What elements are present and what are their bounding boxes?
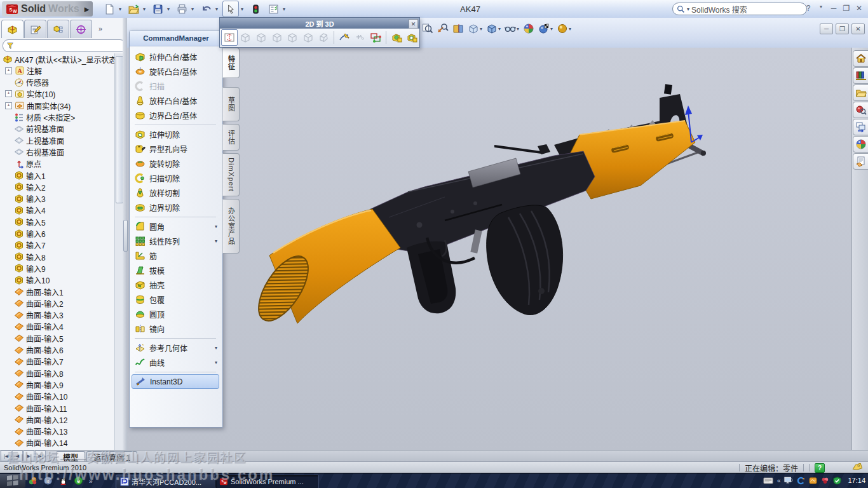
undo-caret-icon[interactable]: ▾ xyxy=(214,6,220,12)
toolbar-2d3d-titlebar[interactable]: 2D 到 3D ✕ xyxy=(220,18,419,29)
minimize-button[interactable]: ─ xyxy=(827,4,840,13)
tab-nav-1[interactable]: ◀ xyxy=(12,451,23,461)
tree-item[interactable]: 前视基准面 xyxy=(5,123,64,135)
cm-tab-DimXpert[interactable]: DimXpert xyxy=(222,153,240,196)
tree-item[interactable]: 右视基准面 xyxy=(5,146,64,158)
panel-splitter[interactable] xyxy=(123,18,127,452)
solidworks-menu-button[interactable]: SW SolidWorks ▶ xyxy=(2,1,93,17)
design-library-tab[interactable] xyxy=(853,67,868,84)
front-sketch-button[interactable] xyxy=(221,29,238,46)
toolbar-2d3d-close-icon[interactable]: ✕ xyxy=(409,19,418,29)
tree-filter-input[interactable] xyxy=(3,39,126,52)
tree-item[interactable]: 材质 <未指定> xyxy=(5,112,75,123)
command-sweepcut[interactable]: 扫描切除 xyxy=(130,171,221,186)
tree-item[interactable]: 上视基准面 xyxy=(5,135,64,146)
tab-nav-0[interactable]: |◀ xyxy=(1,451,11,461)
tree-item[interactable]: 曲面-输入4 xyxy=(5,321,64,332)
tree-item[interactable]: 曲面-输入8 xyxy=(5,367,64,379)
feature-manager-tab[interactable] xyxy=(1,20,24,38)
quicklaunch-green-e[interactable]: e xyxy=(74,476,83,485)
configuration-manager-tab[interactable] xyxy=(47,20,69,38)
buttstock[interactable] xyxy=(249,209,400,329)
print-caret-icon[interactable]: ▾ xyxy=(189,6,196,12)
undo-button[interactable] xyxy=(198,1,214,17)
open-button[interactable] xyxy=(126,1,141,17)
command-bossext[interactable]: 拉伸凸台/基体 xyxy=(130,50,221,64)
doc-tab-运动算例 1[interactable]: 运动算例 1 xyxy=(86,451,137,462)
command-sweep[interactable]: 扫描 xyxy=(130,79,221,93)
doc-restore-button[interactable]: ❐ xyxy=(836,24,849,34)
quicklaunch-browser[interactable]: e xyxy=(43,476,53,485)
file-explorer-tab[interactable] xyxy=(853,85,868,101)
options-button[interactable] xyxy=(266,1,281,17)
tab-nav-2[interactable]: ▶ xyxy=(24,451,34,461)
command-fillet[interactable]: 圆角▾ xyxy=(130,219,221,234)
new-document-button[interactable] xyxy=(102,1,117,17)
command-boundary[interactable]: 边界凸台/基体 xyxy=(130,108,221,123)
help-caret-icon[interactable]: ▾ xyxy=(815,4,827,13)
tree-item[interactable]: 曲面-输入9 xyxy=(5,379,64,390)
tree-vertical-scrollbar[interactable] xyxy=(114,53,123,452)
command-boundcut[interactable]: 边界切除 xyxy=(130,200,221,215)
tray-app-red[interactable] xyxy=(821,477,829,485)
command-holewiz[interactable]: 异型孔向导 xyxy=(130,142,221,156)
tray-security[interactable] xyxy=(833,477,841,485)
tree-item[interactable]: 曲面-输入1 xyxy=(5,286,64,297)
fm-tabs-overflow[interactable]: » xyxy=(93,20,108,37)
close-button[interactable]: ✕ xyxy=(853,4,865,13)
command-manager-titlebar[interactable]: CommandManager xyxy=(130,30,222,46)
tree-item[interactable]: 输入3 xyxy=(5,193,46,205)
view-orientation-caret-icon[interactable]: ▾ xyxy=(480,26,482,32)
cm-tab-特征[interactable]: 特征 xyxy=(222,48,240,78)
command-linpat[interactable]: 线性阵列▾ xyxy=(130,234,221,248)
expand-icon[interactable]: + xyxy=(5,102,12,109)
cut-button[interactable] xyxy=(405,30,420,45)
tray-update[interactable] xyxy=(797,477,805,485)
tree-item[interactable]: 曲面-输入3 xyxy=(5,309,64,321)
quick-tips-badge[interactable]: ? xyxy=(815,463,825,473)
start-button[interactable] xyxy=(0,474,25,488)
zoom-to-fit-button[interactable] xyxy=(421,22,435,36)
doc-close-button[interactable]: ✕ xyxy=(851,24,865,34)
select-button[interactable] xyxy=(222,1,239,17)
apply-scene-button[interactable]: ▾ xyxy=(537,22,554,36)
tree-item[interactable]: 输入2 xyxy=(5,181,46,193)
tree-item[interactable]: 输入6 xyxy=(5,228,46,240)
custom-properties-tab[interactable] xyxy=(853,153,868,170)
tree-item[interactable]: 曲面-输入2 xyxy=(5,297,64,309)
display-style-caret-icon[interactable]: ▾ xyxy=(498,26,501,32)
flyout-caret-icon[interactable]: ▾ xyxy=(215,238,217,244)
command-revcut[interactable]: 旋转切除 xyxy=(130,156,221,171)
command-loft[interactable]: 放样凸台/基体 xyxy=(130,93,221,108)
hide-show-items-caret-icon[interactable]: ▾ xyxy=(517,26,519,32)
tray-display[interactable] xyxy=(784,477,793,485)
tree-item[interactable]: 输入5 xyxy=(5,216,46,227)
tree-item[interactable]: 输入7 xyxy=(5,240,46,251)
save-button[interactable] xyxy=(150,1,165,17)
tag-icon[interactable] xyxy=(851,463,863,472)
new-document-caret-icon[interactable]: ▾ xyxy=(117,6,123,12)
view-settings-button[interactable]: ▾ xyxy=(555,22,573,36)
help-button[interactable]: ? xyxy=(802,4,815,13)
solidworks-search-tab[interactable] xyxy=(853,102,868,118)
command-mirror[interactable]: 镜向 xyxy=(130,322,221,336)
realview-button[interactable] xyxy=(522,22,536,36)
command-rib[interactable]: 筋 xyxy=(130,248,221,263)
tree-item[interactable]: 曲面-输入14 xyxy=(5,437,67,449)
search-box[interactable]: ▾ SolidWorks 搜索 xyxy=(672,3,807,15)
print-button[interactable] xyxy=(174,1,189,17)
quicklaunch-more[interactable]: » xyxy=(89,477,93,485)
tree-item[interactable]: 输入4 xyxy=(5,205,46,216)
tree-item[interactable]: +A注解 xyxy=(5,65,42,76)
search-scope-caret-icon[interactable]: ▾ xyxy=(687,6,689,12)
tree-item[interactable]: 原点 xyxy=(5,158,41,170)
tree-item[interactable]: 传感器 xyxy=(5,77,49,88)
command-shell[interactable]: 抽壳 xyxy=(130,278,221,292)
command-inst3d[interactable]: Instant3D xyxy=(132,374,219,389)
tree-item[interactable]: 输入1 xyxy=(5,170,46,181)
rebuild-button[interactable] xyxy=(248,1,263,17)
quicklaunch-qq[interactable] xyxy=(58,476,68,485)
menu-expand-icon[interactable]: ▶ xyxy=(85,6,90,13)
save-caret-icon[interactable]: ▾ xyxy=(165,6,172,12)
tree-item[interactable]: 曲面-输入11 xyxy=(5,402,67,414)
